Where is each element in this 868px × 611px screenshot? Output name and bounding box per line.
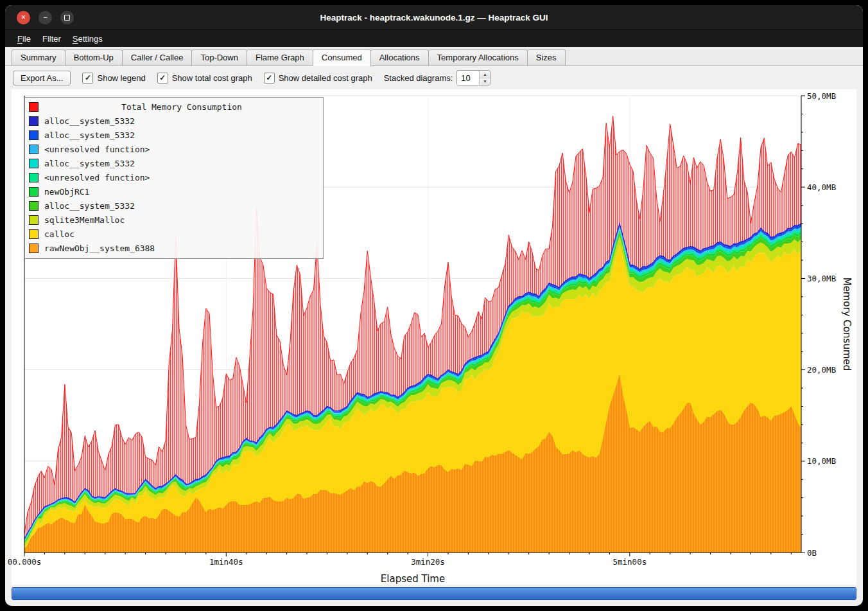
menu-filter[interactable]: Filter xyxy=(37,32,67,46)
legend-row: alloc__system_5332 xyxy=(29,156,319,170)
maximize-button[interactable] xyxy=(60,11,74,24)
legend-swatch xyxy=(29,201,39,211)
heaptrack-window: × − Heaptrack - heaptrack.wakunode.1.gz … xyxy=(5,5,863,606)
legend-label: rawNewObj__system_6388 xyxy=(44,244,155,253)
spinner-buttons: ▲ ▼ xyxy=(479,71,490,85)
menu-file[interactable]: File xyxy=(12,32,37,46)
svg-text:30,0MB: 30,0MB xyxy=(807,274,836,283)
tab-top-down[interactable]: Top-Down xyxy=(191,49,247,66)
legend-swatch xyxy=(29,215,39,225)
legend-label: Total Memory Consumption xyxy=(44,102,319,112)
legend-swatch xyxy=(29,116,39,126)
titlebar[interactable]: × − Heaptrack - heaptrack.wakunode.1.gz … xyxy=(5,5,863,30)
tab-summary[interactable]: Summary xyxy=(12,49,65,66)
svg-text:Elapsed Time: Elapsed Time xyxy=(381,573,445,585)
stacked-diagrams-value[interactable]: 10 xyxy=(457,71,479,85)
svg-text:20,0MB: 20,0MB xyxy=(807,365,836,375)
svg-text:3min20s: 3min20s xyxy=(411,557,445,567)
legend-label: calloc xyxy=(44,229,74,239)
time-range-slider[interactable] xyxy=(12,587,856,600)
legend-row: rawNewObj__system_6388 xyxy=(29,241,319,255)
svg-text:40,0MB: 40,0MB xyxy=(807,182,836,192)
spin-down-button[interactable]: ▼ xyxy=(480,78,490,85)
svg-text:1min40s: 1min40s xyxy=(209,557,243,567)
checkbox-box[interactable]: ✓ xyxy=(82,73,93,84)
legend-row: sqlite3MemMalloc xyxy=(29,213,319,227)
legend-row: alloc__system_5332 xyxy=(29,128,319,142)
checkbox-show-detailed-cost-graph[interactable]: ✓Show detailed cost graph xyxy=(264,73,372,84)
tab-bottom-up[interactable]: Bottom-Up xyxy=(65,49,123,66)
legend-swatch xyxy=(29,159,39,168)
checkbox-show-legend[interactable]: ✓Show legend xyxy=(82,73,145,84)
tab-sizes[interactable]: Sizes xyxy=(527,49,566,66)
legend-swatch xyxy=(29,187,39,197)
checkbox-label: Show total cost graph xyxy=(172,73,252,83)
checkbox-box[interactable]: ✓ xyxy=(264,73,275,84)
spin-up-button[interactable]: ▲ xyxy=(480,71,490,78)
legend-label: alloc__system_5332 xyxy=(44,201,135,211)
tab-allocations[interactable]: Allocations xyxy=(370,49,429,66)
checkbox-show-total-cost-graph[interactable]: ✓Show total cost graph xyxy=(157,73,252,84)
legend-label: alloc__system_5332 xyxy=(44,116,135,126)
legend-label: sqlite3MemMalloc xyxy=(44,215,125,225)
window-controls: × − xyxy=(17,11,74,24)
legend-label: alloc__system_5332 xyxy=(44,159,135,168)
minimize-button[interactable]: − xyxy=(39,11,52,24)
tab-bar: SummaryBottom-UpCaller / CalleeTop-DownF… xyxy=(5,47,863,66)
memory-consumption-chart[interactable]: 0B10,0MB20,0MB30,0MB40,0MB50,0MB00.000s1… xyxy=(12,89,856,585)
legend-row: <unresolved function> xyxy=(29,170,319,184)
checkbox-label: Show detailed cost graph xyxy=(279,73,372,83)
menu-settings[interactable]: Settings xyxy=(67,32,108,46)
checkbox-box[interactable]: ✓ xyxy=(157,73,168,84)
tab-consumed[interactable]: Consumed xyxy=(313,49,371,66)
stacked-diagrams-spinbox[interactable]: 10 ▲ ▼ xyxy=(456,70,490,85)
checkbox-group: ✓Show legend✓Show total cost graph✓Show … xyxy=(82,73,372,84)
legend-swatch xyxy=(29,229,39,239)
maximize-icon xyxy=(64,15,70,21)
legend-swatch xyxy=(29,173,39,182)
svg-text:0B: 0B xyxy=(807,548,817,558)
legend-label: alloc__system_5332 xyxy=(44,130,135,140)
legend-label: <unresolved function> xyxy=(44,173,150,182)
legend-swatch xyxy=(29,244,39,253)
svg-text:50,0MB: 50,0MB xyxy=(807,91,836,101)
close-button[interactable]: × xyxy=(17,11,30,24)
svg-text:Memory Consumed: Memory Consumed xyxy=(841,278,853,371)
legend-row: newObjRC1 xyxy=(29,184,319,199)
stacked-diagrams-group: Stacked diagrams: 10 ▲ ▼ xyxy=(384,70,491,85)
legend-row: calloc xyxy=(29,227,319,241)
menubar: FileFilterSettings xyxy=(5,30,863,47)
window-title: Heaptrack - heaptrack.wakunode.1.gz — He… xyxy=(5,13,863,22)
svg-text:10,0MB: 10,0MB xyxy=(807,456,836,466)
export-as-button[interactable]: Export As... xyxy=(13,71,71,85)
checkbox-label: Show legend xyxy=(97,73,145,83)
svg-text:5min00s: 5min00s xyxy=(613,557,647,567)
legend-swatch xyxy=(29,145,39,154)
svg-text:00.000s: 00.000s xyxy=(8,557,42,567)
legend-row: alloc__system_5332 xyxy=(29,114,319,128)
legend-swatch xyxy=(29,102,39,112)
legend-title-row: Total Memory Consumption xyxy=(29,100,319,114)
legend-row: alloc__system_5332 xyxy=(29,199,319,213)
tab-temporary-allocations[interactable]: Temporary Allocations xyxy=(428,49,528,66)
legend-label: newObjRC1 xyxy=(44,187,89,197)
tab-caller-callee[interactable]: Caller / Callee xyxy=(122,49,193,66)
chart-legend: Total Memory Consumptionalloc__system_53… xyxy=(24,97,324,259)
legend-swatch xyxy=(29,130,39,140)
legend-row: <unresolved function> xyxy=(29,142,319,156)
toolbar: Export As... ✓Show legend✓Show total cos… xyxy=(5,66,863,89)
legend-label: <unresolved function> xyxy=(44,145,150,154)
tab-flame-graph[interactable]: Flame Graph xyxy=(247,49,313,66)
stacked-diagrams-label: Stacked diagrams: xyxy=(384,73,453,83)
